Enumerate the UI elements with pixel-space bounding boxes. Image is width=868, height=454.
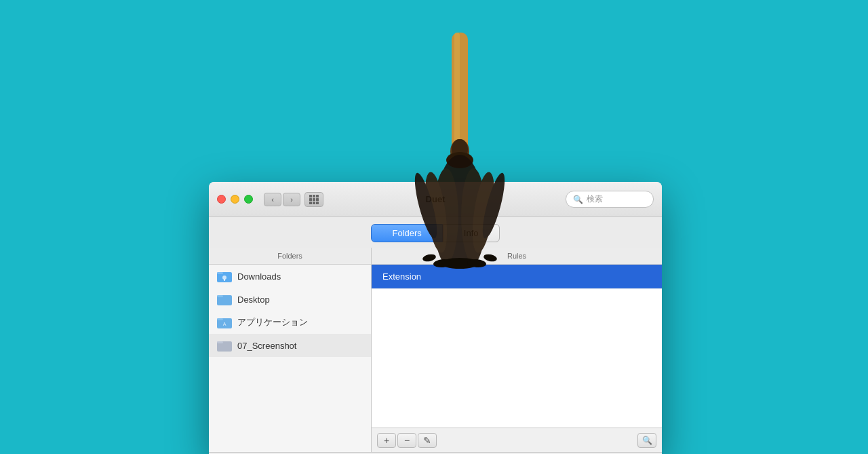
edit-rule-button[interactable]: ✎ xyxy=(418,433,437,448)
search-box[interactable]: 🔍 検索 xyxy=(566,191,654,208)
rules-panel-header: Rules xyxy=(372,248,662,265)
folder-label-screenshot: 07_Screenshot xyxy=(237,341,296,351)
traffic-lights xyxy=(217,195,253,204)
forward-button[interactable]: › xyxy=(283,193,300,206)
folder-list: Downloads Desktop xyxy=(209,265,371,452)
grid-view-button[interactable] xyxy=(304,192,323,207)
folders-panel: Folders Downloads xyxy=(209,248,372,452)
tab-info[interactable]: Info xyxy=(443,224,500,242)
svg-rect-22 xyxy=(217,295,223,297)
remove-rule-button[interactable]: − xyxy=(397,433,416,448)
nav-buttons: ‹ › xyxy=(264,193,300,206)
rule-item-extension[interactable]: Extension xyxy=(372,265,662,289)
folder-label-downloads: Downloads xyxy=(237,271,281,282)
rules-panel: Rules Extension + − ✎ 🔍 xyxy=(372,248,662,452)
grid-icon xyxy=(309,195,319,204)
svg-rect-24 xyxy=(217,318,223,320)
screenshot-folder-icon xyxy=(217,339,232,352)
app-window: ‹ › Duet 🔍 検索 Folders Info xyxy=(209,182,662,454)
back-button[interactable]: ‹ xyxy=(264,193,281,206)
segment-control: Folders Info xyxy=(209,217,662,248)
search-placeholder: 検索 xyxy=(587,193,603,205)
svg-rect-18 xyxy=(217,272,223,274)
tab-folders[interactable]: Folders xyxy=(371,224,442,242)
rules-list: Extension xyxy=(372,265,662,428)
rules-toolbar: + − ✎ 🔍 xyxy=(372,428,662,452)
window-title: Duet xyxy=(426,194,446,204)
desktop-folder-icon xyxy=(217,293,232,305)
close-button[interactable] xyxy=(217,195,226,204)
downloads-folder-icon xyxy=(217,270,232,282)
content-area: Folders Downloads xyxy=(209,248,662,452)
search-icon: 🔍 xyxy=(573,195,583,204)
folder-item-downloads[interactable]: Downloads xyxy=(209,265,371,288)
folder-label-applications: アプリケーション xyxy=(237,316,308,328)
add-rule-button[interactable]: + xyxy=(377,433,396,448)
folder-label-desktop: Desktop xyxy=(237,295,270,305)
titlebar: ‹ › Duet 🔍 検索 xyxy=(209,182,662,217)
svg-text:A: A xyxy=(223,322,226,326)
folders-panel-header: Folders xyxy=(209,248,371,265)
search-rule-button[interactable]: 🔍 xyxy=(637,433,656,448)
minimize-button[interactable] xyxy=(231,195,239,204)
maximize-button[interactable] xyxy=(244,195,253,204)
svg-rect-20 xyxy=(224,279,225,281)
folder-item-desktop[interactable]: Desktop xyxy=(209,288,371,311)
folder-item-applications[interactable]: A アプリケーション xyxy=(209,311,371,334)
svg-rect-27 xyxy=(217,341,223,343)
folder-item-screenshot[interactable]: 07_Screenshot xyxy=(209,334,371,357)
apps-folder-icon: A xyxy=(217,316,232,328)
